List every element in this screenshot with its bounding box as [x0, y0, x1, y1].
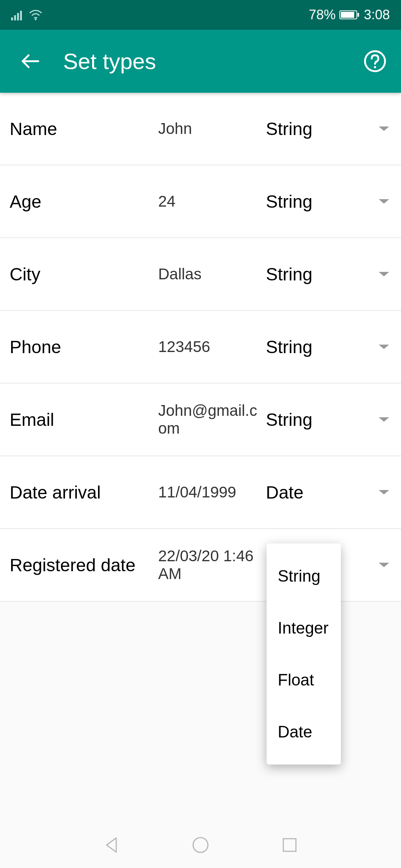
row-value: 123456 [158, 338, 266, 356]
svg-rect-3 [20, 11, 22, 20]
type-selector[interactable]: String [266, 191, 390, 212]
row-value: 22/03/20 1:46 AM [158, 547, 266, 583]
type-row-date-arrival[interactable]: Date arrival 11/04/1999 Date [0, 456, 401, 529]
type-selector[interactable]: String [266, 410, 390, 430]
svg-rect-0 [11, 17, 13, 20]
row-label: Registered date [10, 555, 158, 575]
row-label: City [10, 264, 158, 285]
row-label: Age [10, 191, 158, 212]
dropdown-option-float[interactable]: Float [267, 654, 341, 706]
status-bar: 78% 3:08 [0, 0, 401, 30]
content: Name John String Age 24 String City Dall… [0, 93, 401, 602]
svg-point-4 [35, 19, 37, 20]
type-text: String [266, 119, 312, 139]
row-value: Dallas [158, 265, 266, 283]
battery-icon [339, 10, 360, 20]
type-selector[interactable]: Date [266, 482, 390, 503]
help-icon [363, 50, 387, 73]
type-text: Date [266, 482, 303, 503]
wifi-icon [28, 9, 43, 20]
nav-home-icon [191, 836, 210, 854]
type-row-phone[interactable]: Phone 123456 String [0, 311, 401, 384]
type-selector[interactable]: String [266, 119, 390, 139]
svg-rect-1 [14, 15, 16, 20]
type-text: String [266, 410, 312, 430]
type-row-age[interactable]: Age 24 String [0, 165, 401, 238]
svg-point-10 [193, 838, 208, 852]
type-selector[interactable]: String [266, 337, 390, 357]
row-value: 24 [158, 193, 266, 210]
dropdown-option-integer[interactable]: Integer [267, 602, 341, 654]
svg-rect-11 [283, 839, 296, 851]
chevron-down-icon [378, 489, 390, 496]
type-row-city[interactable]: City Dallas String [0, 238, 401, 311]
type-row-name[interactable]: Name John String [0, 93, 401, 165]
arrow-back-icon [20, 51, 40, 71]
dropdown-option-string[interactable]: String [267, 550, 341, 602]
nav-back-button[interactable] [102, 836, 121, 856]
chevron-down-icon [378, 125, 390, 132]
nav-home-button[interactable] [191, 836, 210, 856]
nav-back-icon [102, 836, 121, 854]
svg-rect-2 [17, 13, 19, 20]
chevron-down-icon [378, 270, 390, 278]
chevron-down-icon [378, 343, 390, 351]
type-text: String [266, 337, 312, 357]
row-label: Email [10, 410, 158, 430]
nav-recent-icon [280, 836, 299, 854]
row-value: 11/04/1999 [158, 483, 266, 501]
nav-recent-button[interactable] [280, 836, 299, 856]
chevron-down-icon [378, 561, 390, 569]
row-label: Name [10, 119, 158, 139]
navigation-bar [0, 823, 401, 868]
clock: 3:08 [364, 7, 390, 23]
page-title: Set types [63, 49, 360, 74]
help-button[interactable] [360, 50, 390, 73]
svg-point-9 [374, 66, 376, 68]
type-dropdown-popup: String Integer Float Date [267, 543, 341, 765]
battery-percent: 78% [309, 7, 336, 23]
type-text: String [266, 191, 312, 212]
row-label: Date arrival [10, 482, 158, 503]
app-bar: Set types [0, 30, 401, 93]
status-right: 78% 3:08 [309, 7, 390, 23]
type-text: String [266, 264, 312, 285]
dropdown-option-date[interactable]: Date [267, 706, 341, 758]
svg-rect-6 [341, 12, 354, 18]
svg-rect-7 [358, 13, 359, 17]
back-button[interactable] [11, 51, 48, 71]
row-value: John@gmail.com [158, 402, 266, 437]
chevron-down-icon [378, 198, 390, 205]
row-label: Phone [10, 337, 158, 357]
row-value: John [158, 120, 266, 138]
type-selector[interactable]: String [266, 264, 390, 285]
signal-icon [11, 9, 24, 20]
status-left [11, 9, 43, 20]
chevron-down-icon [378, 416, 390, 423]
type-row-registered-date[interactable]: Registered date 22/03/20 1:46 AM String [0, 529, 401, 602]
type-row-email[interactable]: Email John@gmail.com String [0, 384, 401, 456]
